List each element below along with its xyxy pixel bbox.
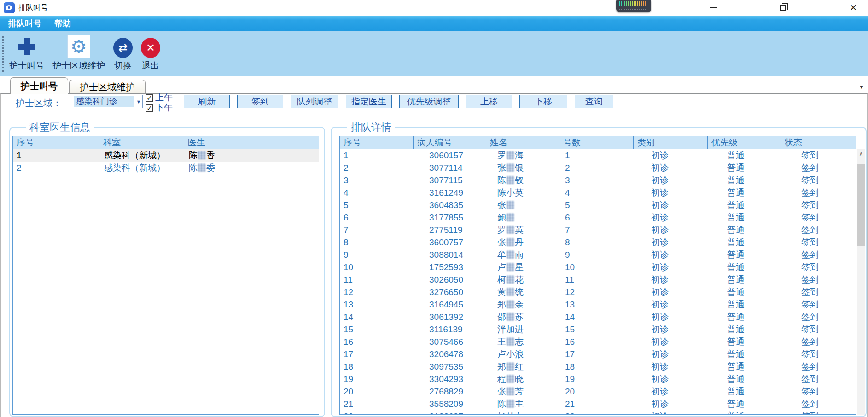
checkbox-morning[interactable]: ✓: [146, 94, 153, 102]
doctor-group-title: 科室医生信息: [26, 121, 94, 134]
name-character: 星: [515, 262, 524, 272]
tab-overflow-icon[interactable]: ▼: [859, 84, 864, 90]
patient-name-cell: 郑余: [486, 298, 559, 311]
name-character: 加: [506, 324, 515, 334]
visit-type-cell: 初诊: [634, 224, 708, 236]
name-character: 雨: [515, 250, 524, 260]
column-header[interactable]: 序号: [340, 136, 414, 149]
check-in-button[interactable]: 签到: [237, 95, 283, 108]
queue-row[interactable]: 53604835张5初诊普通签到: [340, 199, 856, 211]
queue-row[interactable]: 101752593卢星10初诊普通签到: [340, 261, 856, 273]
nurse-area-select[interactable]: 感染科门诊 ▼: [73, 95, 143, 108]
app-window: 排队叫号 × 排队叫号帮助 护士叫号⚙护士区域维护⇄切换✕退出 护士叫号护士区域…: [0, 0, 868, 417]
redacted-character: [507, 151, 514, 159]
queue-num-cell: 16: [340, 336, 414, 348]
name-character: 海: [515, 151, 524, 160]
name-character: 陈: [497, 188, 506, 197]
name-character: 女: [515, 411, 524, 415]
refresh-button[interactable]: 刷新: [184, 95, 230, 108]
toolbar-button-switch[interactable]: ⇄切换: [111, 31, 135, 74]
query-button[interactable]: 查询: [575, 95, 613, 108]
queue-scrollbar[interactable]: ∧: [857, 149, 865, 415]
queue-detail-group: 排队详情 序号病人编号姓名号数类别优先级状态13060157罗海1初诊普通签到2…: [331, 127, 867, 417]
column-header[interactable]: 病人编号: [414, 136, 486, 149]
checkbox-row: ✓上午: [146, 93, 173, 102]
column-header[interactable]: 类别: [634, 136, 708, 149]
queue-row[interactable]: 173206478卢小浪17初诊普通签到: [340, 348, 856, 360]
queue-table-header: 序号病人编号姓名号数类别优先级状态: [340, 136, 856, 149]
menu-item-app[interactable]: 排队叫号: [0, 16, 48, 31]
close-button[interactable]: ×: [843, 0, 864, 15]
gear-icon: ⚙: [67, 35, 90, 58]
column-header[interactable]: 科室: [99, 136, 184, 149]
priority-cell: 普通: [708, 236, 781, 249]
ticket-no-cell: 7: [559, 224, 634, 236]
patient-name-cell: 张: [486, 199, 559, 211]
toolbar-button-label: 切换: [114, 60, 132, 72]
patient-name-cell: 牟雨: [486, 249, 559, 261]
name-character: 委: [206, 163, 215, 173]
queue-row[interactable]: 72775119罗英7初诊普通签到: [340, 224, 856, 236]
priority-adjust-button[interactable]: 优先级调整: [399, 95, 459, 108]
queue-row[interactable]: 193304293程晓19初诊普通签到: [340, 373, 856, 385]
patient-id-cell: 2768829: [414, 385, 486, 398]
toolbar-button-plus[interactable]: 护士叫号: [6, 31, 47, 74]
priority-cell: 普通: [708, 224, 781, 236]
column-header[interactable]: 姓名: [486, 136, 559, 149]
queue-row[interactable]: 93088014牟雨9初诊普通签到: [340, 249, 856, 261]
queue-row[interactable]: 33077115陈钗3初诊普通签到: [340, 174, 856, 186]
menu-item-help[interactable]: 帮助: [48, 16, 77, 31]
minimize-button[interactable]: [703, 0, 724, 15]
checkbox-afternoon[interactable]: ✓: [146, 104, 153, 112]
queue-row[interactable]: 83600757张丹8初诊普通签到: [340, 236, 856, 249]
tab-nurse-area-maintenance[interactable]: 护士区域维护: [69, 80, 146, 94]
column-header[interactable]: 序号: [13, 136, 99, 149]
visit-type-cell: 初诊: [634, 311, 708, 323]
queue-row[interactable]: 202768829张芳20初诊普通签到: [340, 385, 856, 398]
queue-row[interactable]: 123276650黄统12初诊普通签到: [340, 286, 856, 298]
queue-row[interactable]: 23077114张银2初诊普通签到: [340, 162, 856, 174]
queue-row[interactable]: 133164945郑余13初诊普通签到: [340, 298, 856, 311]
queue-row[interactable]: 43161249陈小英4初诊普通签到: [340, 186, 856, 199]
patient-id-cell: 3604835: [414, 199, 486, 211]
queue-row[interactable]: 163075466王志16初诊普通签到: [340, 336, 856, 348]
patient-id-cell: 3558209: [414, 398, 486, 410]
doctor-dept-cell: 感染科（新城）: [99, 162, 184, 174]
queue-row[interactable]: 63177855鲍6初诊普通签到: [340, 211, 856, 224]
ticket-no-cell: 1: [559, 149, 634, 162]
redacted-character: [507, 213, 514, 221]
chevron-down-icon: ▼: [135, 99, 142, 104]
status-cell: 签到: [781, 286, 856, 298]
doctor-row[interactable]: 1感染科（新城）陈香: [13, 149, 319, 162]
queue-row[interactable]: 213558209陈主21初诊普通签到: [340, 398, 856, 410]
queue-row[interactable]: 153116139泮加进15初诊普通签到: [340, 323, 856, 336]
queue-row[interactable]: 183097535郑红18初诊普通签到: [340, 360, 856, 373]
queue-adjust-button[interactable]: 队列调整: [291, 95, 338, 108]
name-character: 陈: [189, 151, 198, 160]
scroll-up-icon[interactable]: ∧: [857, 149, 865, 159]
scrollbar-thumb[interactable]: [857, 164, 865, 246]
queue-num-cell: 14: [340, 311, 414, 323]
performance-meter-widget: [616, 0, 651, 12]
queue-group-title: 排队详情: [347, 121, 395, 134]
restore-button[interactable]: [773, 0, 794, 15]
toolbar-button-exit[interactable]: ✕退出: [138, 31, 163, 74]
queue-num-cell: 8: [340, 236, 414, 249]
visit-type-cell: 初诊: [634, 249, 708, 261]
queue-row[interactable]: 223122687杨仙女22初诊普通签到: [340, 410, 856, 415]
queue-row[interactable]: 143061392邵苏14初诊普通签到: [340, 311, 856, 323]
ticket-no-cell: 9: [559, 249, 634, 261]
toolbar-button-gear[interactable]: ⚙护士区域维护: [50, 31, 108, 74]
column-header[interactable]: 优先级: [708, 136, 781, 149]
doctor-row[interactable]: 2感染科（新城）陈委: [13, 162, 319, 174]
column-header[interactable]: 医生: [184, 136, 319, 149]
queue-row[interactable]: 113026050柯花11初诊普通签到: [340, 273, 856, 286]
name-character: 郑: [497, 362, 506, 371]
column-header[interactable]: 状态: [781, 136, 856, 149]
assign-doctor-button[interactable]: 指定医生: [346, 95, 392, 108]
move-down-button[interactable]: 下移: [519, 95, 567, 108]
move-up-button[interactable]: 上移: [466, 95, 512, 108]
column-header[interactable]: 号数: [559, 136, 634, 149]
tab-nurse-call[interactable]: 护士叫号: [10, 77, 68, 94]
queue-row[interactable]: 13060157罗海1初诊普通签到: [340, 149, 856, 162]
